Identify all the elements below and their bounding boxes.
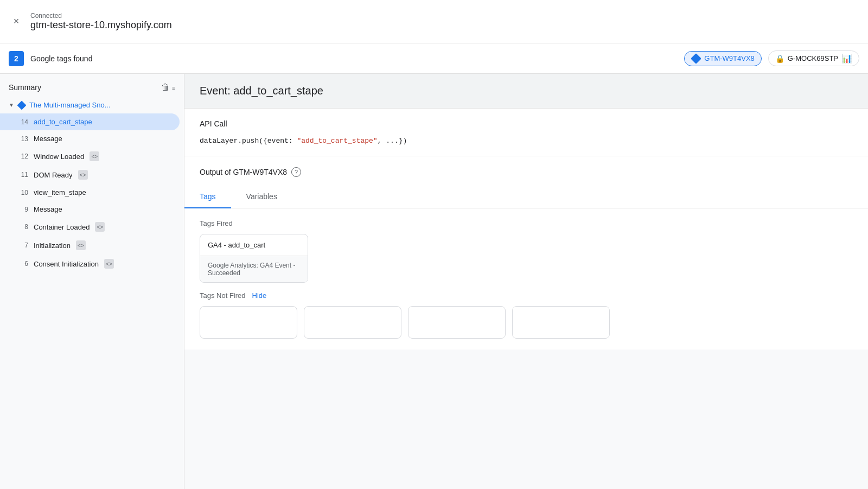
event-list: 14add_to_cart_stape13Message12Window Loa… [0,113,184,273]
code-suffix: , ...}) [378,137,407,145]
event-name: DOM Ready [34,171,73,179]
event-item-12[interactable]: 12Window Loaded<> [0,147,184,166]
clear-icon: 🗑 [161,82,170,92]
event-title: Event: add_to_cart_stape [200,85,323,97]
gtm-chip-label: GTM-W9T4VX8 [704,54,754,62]
connection-info: Connected gtm-test-store-10.myshopify.co… [30,12,172,31]
domain-label: gtm-test-store-10.myshopify.com [30,20,172,31]
tag-card-title: GA4 - add_to_cart [200,234,308,256]
chart-icon: 📊 [841,53,852,63]
hide-button[interactable]: Hide [252,291,267,300]
tab-tags-label: Tags [200,192,216,201]
event-item-14[interactable]: 14add_to_cart_stape [0,113,180,130]
output-section: Output of GTM-W9T4VX8 ? Tags Variables T… [184,156,868,350]
code-string: "add_to_cart_stape" [297,137,377,145]
event-number: 6 [17,260,28,268]
content-panel: Event: add_to_cart_stape API Call dataLa… [184,74,868,489]
sidebar-title: Summary [9,83,41,92]
not-fired-cards [200,306,853,339]
gtm-chip[interactable]: GTM-W9T4VX8 [684,51,761,66]
ga-chip[interactable]: 🔒 G-MOCK69STP 📊 [768,50,859,66]
chevron-down-icon: ▼ [9,102,14,108]
tab-variables[interactable]: Variables [231,186,292,208]
tab-variables-label: Variables [246,192,277,201]
event-code-icon: <> [90,151,99,161]
event-name: Container Loaded [34,223,90,231]
ga-lock-icon: 🔒 [775,54,784,63]
tags-not-fired-label: Tags Not Fired [200,291,246,300]
event-code-icon: <> [104,259,114,269]
event-name: Consent Initialization [34,260,99,268]
event-number: 11 [17,171,28,179]
tab-tags[interactable]: Tags [184,186,231,208]
event-number: 10 [17,189,28,196]
event-item-8[interactable]: 8Container Loaded<> [0,218,184,236]
close-button[interactable]: × [9,14,24,29]
sidebar-header: Summary 🗑 ≡ [0,74,184,97]
code-block: dataLayer.push({event: "add_to_cart_stap… [200,137,853,145]
not-fired-card-1 [200,306,297,339]
event-name: Message [34,135,62,143]
tag-count-badge: 2 [9,51,24,66]
not-fired-card-2 [304,306,401,339]
tag-card-status: Google Analytics: GA4 Event - Succeeded [200,256,308,282]
event-name: Window Loaded [34,153,84,161]
event-number: 8 [17,223,28,231]
event-item-7[interactable]: 7Initialization<> [0,236,184,255]
list-icon: ≡ [172,85,175,91]
event-number: 7 [17,242,28,249]
google-tags-label: Google tags found [30,54,678,63]
not-fired-card-4 [512,306,610,339]
event-code-icon: <> [76,240,86,250]
api-call-section: API Call dataLayer.push({event: "add_to_… [184,109,868,156]
api-call-label: API Call [200,119,853,128]
event-number: 14 [17,118,28,126]
event-number: 13 [17,135,28,143]
event-number: 12 [17,153,28,160]
not-fired-card-3 [408,306,506,339]
hide-label: Hide [252,291,267,300]
tags-not-fired-section: Tags Not Fired Hide [200,291,853,339]
container-diamond-icon [17,100,26,110]
tag-card: GA4 - add_to_cart Google Analytics: GA4 … [200,234,308,283]
event-item-6[interactable]: 6Consent Initialization<> [0,255,184,273]
help-icon[interactable]: ? [291,167,301,177]
event-name: Message [34,205,62,213]
event-name: view_item_stape [34,188,86,196]
gtm-diamond-icon [691,54,701,63]
output-label: Output of GTM-W9T4VX8 [200,168,287,176]
tags-content: Tags Fired GA4 - add_to_cart Google Anal… [200,208,853,350]
event-item-11[interactable]: 11DOM Ready<> [0,166,184,184]
tags-fired-label: Tags Fired [200,219,853,227]
event-header: Event: add_to_cart_stape [184,74,868,109]
main-layout: Summary 🗑 ≡ ▼ The Multi-managed Sno... 1… [0,74,868,489]
top-bar: × Connected gtm-test-store-10.myshopify.… [0,0,868,43]
container-name: The Multi-managed Sno... [29,101,111,109]
close-icon: × [14,16,20,27]
event-number: 9 [17,206,28,213]
ga-chip-label: G-MOCK69STP [788,54,838,62]
event-name: Initialization [34,242,71,250]
tags-not-fired-header: Tags Not Fired Hide [200,291,853,300]
clear-button[interactable]: 🗑 ≡ [161,82,175,92]
event-code-icon: <> [78,170,88,180]
code-prefix: dataLayer.push({event: [200,137,297,145]
connected-label: Connected [30,12,172,20]
sidebar: Summary 🗑 ≡ ▼ The Multi-managed Sno... 1… [0,74,184,489]
output-header: Output of GTM-W9T4VX8 ? [200,167,853,177]
event-item-9[interactable]: 9Message [0,201,184,218]
event-code-icon: <> [95,222,105,232]
event-name: add_to_cart_stape [34,118,92,126]
tabs: Tags Variables [184,186,868,208]
container-item[interactable]: ▼ The Multi-managed Sno... [0,97,184,113]
event-item-10[interactable]: 10view_item_stape [0,184,184,201]
event-item-13[interactable]: 13Message [0,130,184,147]
tag-bar: 2 Google tags found GTM-W9T4VX8 🔒 G-MOCK… [0,43,868,74]
